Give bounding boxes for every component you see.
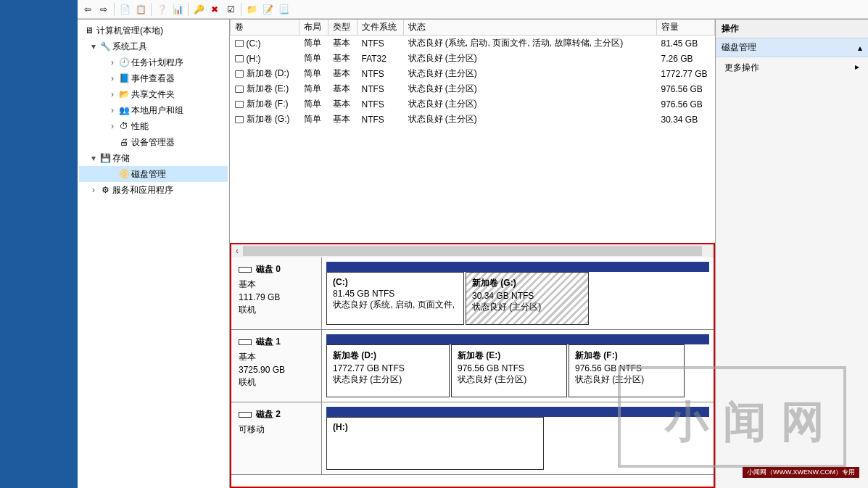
- tree-event-viewer[interactable]: ›📘事件查看器: [79, 70, 228, 86]
- disk-icon: [239, 339, 252, 345]
- table-row[interactable]: (C:)简单基本NTFS状态良好 (系统, 启动, 页面文件, 活动, 故障转储…: [231, 36, 715, 51]
- partition[interactable]: 新加卷 (G:)30.34 GB NTFS状态良好 (主分区): [466, 272, 589, 325]
- more-actions[interactable]: 更多操作▸: [716, 57, 868, 78]
- table-row[interactable]: 新加卷 (F:)简单基本NTFS状态良好 (主分区)976.56 GB: [231, 96, 715, 112]
- toolbar: ⇦ ⇨ 📄 📋 ❔ 📊 🔑 ✖ ☑ 📁 📝 📃: [78, 0, 868, 19]
- volume-icon: [235, 55, 244, 62]
- volume-icon: [235, 116, 244, 123]
- disk-row: 磁盘 1基本3725.90 GB联机新加卷 (D:)1772.77 GB NTF…: [231, 330, 714, 402]
- tree-system-tools[interactable]: ▾🔧系统工具: [79, 38, 228, 54]
- tb-icon-7[interactable]: 📝: [260, 2, 275, 17]
- disk-icon: [239, 412, 252, 418]
- tb-icon-5[interactable]: ☑: [223, 2, 238, 17]
- table-row[interactable]: (H:)简单基本FAT32状态良好 (主分区)7.26 GB: [231, 51, 715, 66]
- disk-row: 磁盘 0基本111.79 GB联机(C:)81.45 GB NTFS状态良好 (…: [231, 257, 714, 330]
- back-button[interactable]: ⇦: [80, 2, 95, 17]
- col-layout[interactable]: 布局: [299, 20, 328, 36]
- col-capacity[interactable]: 容量: [657, 20, 715, 36]
- tree-storage[interactable]: ▾💾存储: [79, 150, 228, 166]
- volume-icon: [235, 101, 244, 108]
- volume-icon: [235, 70, 244, 78]
- tb-icon-1[interactable]: 📄: [117, 2, 132, 17]
- tree-disk-mgmt[interactable]: 📀磁盘管理: [79, 166, 228, 182]
- tb-icon-4[interactable]: 🔑: [191, 2, 206, 17]
- tree-services[interactable]: ›⚙服务和应用程序: [79, 182, 228, 198]
- chevron-right-icon: ▸: [855, 62, 859, 74]
- nav-tree: 🖥计算机管理(本地) ▾🔧系统工具 ›🕘任务计划程序 ›📘事件查看器 ›📂共享文…: [78, 20, 230, 488]
- tree-task-scheduler[interactable]: ›🕘任务计划程序: [79, 54, 228, 70]
- volume-icon: [235, 86, 244, 93]
- volume-icon: [235, 40, 244, 47]
- actions-panel: 操作 磁盘管理▴ 更多操作▸: [716, 20, 868, 488]
- actions-title: 操作: [716, 20, 868, 38]
- tree-root[interactable]: 🖥计算机管理(本地): [79, 22, 228, 38]
- tree-shared-folders[interactable]: ›📂共享文件夹: [79, 86, 228, 102]
- table-row[interactable]: 新加卷 (E:)简单基本NTFS状态良好 (主分区)976.56 GB: [231, 81, 715, 96]
- col-fs[interactable]: 文件系统: [357, 20, 404, 36]
- scrollbar-horizontal[interactable]: [243, 246, 702, 256]
- forward-button[interactable]: ⇨: [96, 2, 111, 17]
- col-volume[interactable]: 卷: [231, 20, 299, 36]
- tb-icon-8[interactable]: 📃: [276, 2, 291, 17]
- actions-section[interactable]: 磁盘管理▴: [716, 38, 868, 57]
- disk-map: ‹ 磁盘 0基本111.79 GB联机(C:)81.45 GB NTFS状态良好…: [230, 243, 715, 488]
- partition[interactable]: 新加卷 (F:)976.56 GB NTFS状态良好 (主分区): [569, 344, 685, 397]
- tb-icon-2[interactable]: 📋: [133, 2, 148, 17]
- partition[interactable]: (C:)81.45 GB NTFS状态良好 (系统, 启动, 页面文件,: [326, 272, 464, 325]
- col-type[interactable]: 类型: [328, 20, 357, 36]
- delete-icon[interactable]: ✖: [207, 2, 222, 17]
- table-row[interactable]: 新加卷 (G:)简单基本NTFS状态良好 (主分区)30.34 GB: [231, 112, 715, 127]
- table-row[interactable]: 新加卷 (D:)简单基本NTFS状态良好 (主分区)1772.77 GB: [231, 66, 715, 81]
- volume-list: 卷 布局 类型 文件系统 状态 容量 (C:)简单基本NTFS状态良好 (系统,…: [230, 20, 715, 243]
- scroll-left-button[interactable]: ‹: [231, 246, 243, 256]
- tree-local-users[interactable]: ›👥本地用户和组: [79, 102, 228, 118]
- tree-device-mgr[interactable]: 🖨设备管理器: [79, 134, 228, 150]
- tree-performance[interactable]: ›⏱性能: [79, 118, 228, 134]
- partition[interactable]: 新加卷 (E:)976.56 GB NTFS状态良好 (主分区): [451, 344, 567, 397]
- tb-icon-3[interactable]: 📊: [170, 2, 185, 17]
- col-status[interactable]: 状态: [404, 20, 657, 36]
- tb-icon-6[interactable]: 📁: [244, 2, 259, 17]
- help-icon[interactable]: ❔: [154, 2, 169, 17]
- partition[interactable]: 新加卷 (D:)1772.77 GB NTFS状态良好 (主分区): [326, 344, 450, 397]
- disk-row: 磁盘 2可移动(H:): [231, 402, 714, 475]
- disk-icon: [239, 267, 252, 273]
- collapse-icon: ▴: [858, 43, 862, 53]
- partition[interactable]: (H:): [326, 417, 544, 470]
